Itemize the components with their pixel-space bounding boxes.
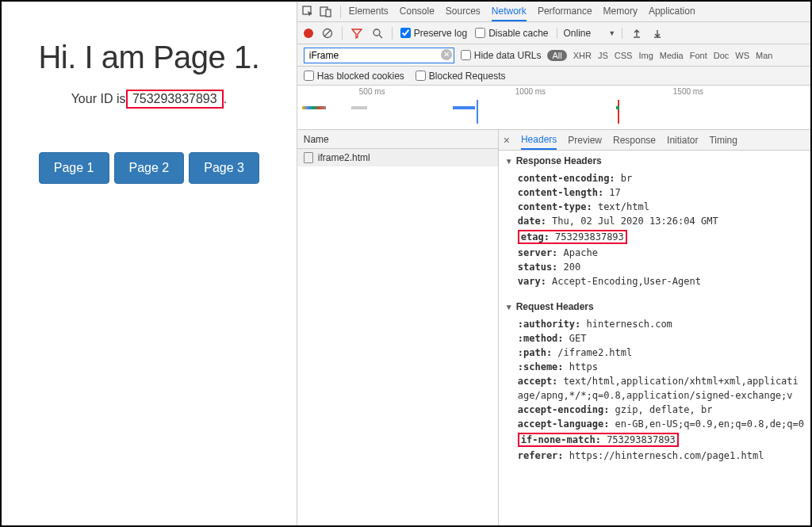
devtools-tabs: Elements Console Sources Network Perform… <box>349 2 695 21</box>
header-line: server: Apache <box>499 246 810 260</box>
inspect-icon[interactable] <box>302 6 315 18</box>
request-name: iframe2.html <box>318 152 370 163</box>
upload-icon[interactable] <box>630 27 643 40</box>
header-line: age/apng,*/*;q=0.8,application/signed-ex… <box>499 388 810 403</box>
webpage-pane: Hi. I am Page 1. Your ID is 753293837893… <box>2 2 297 525</box>
filter-type-all[interactable]: All <box>547 50 566 61</box>
page2-button[interactable]: Page 2 <box>114 152 185 184</box>
request-headers-section[interactable]: ▼ Request Headers <box>499 296 810 317</box>
page1-button[interactable]: Page 1 <box>39 152 109 184</box>
header-line: content-length: 17 <box>499 185 810 200</box>
tab-elements[interactable]: Elements <box>349 2 389 21</box>
filter-type-ws[interactable]: WS <box>735 51 749 60</box>
record-button[interactable] <box>304 29 313 38</box>
header-line: accept: text/html,application/xhtml+xml,… <box>499 374 810 388</box>
response-headers-section[interactable]: ▼ Response Headers <box>499 151 810 171</box>
header-line: accept-encoding: gzip, deflate, br <box>499 403 810 417</box>
id-label: Your ID is <box>71 92 129 105</box>
filter-type-js[interactable]: JS <box>598 51 608 60</box>
filter-type-img[interactable]: Img <box>638 51 653 60</box>
tab-console[interactable]: Console <box>400 2 435 21</box>
header-line: :path: /iframe2.html <box>499 346 810 360</box>
devtools-top: Elements Console Sources Network Perform… <box>297 2 810 22</box>
header-line: vary: Accept-Encoding,User-Agent <box>499 274 810 288</box>
header-line: referer: https://hinternesch.com/page1.h… <box>499 449 810 463</box>
detail-tabs: × Headers Preview Response Initiator Tim… <box>499 130 810 151</box>
detail-tab-timing[interactable]: Timing <box>709 132 737 149</box>
detail-tab-initiator[interactable]: Initiator <box>667 132 698 149</box>
network-toolbar: Preserve log Disable cache Online ▼ <box>297 22 810 44</box>
filter-icon[interactable] <box>350 27 363 40</box>
download-icon[interactable] <box>651 27 664 40</box>
page-heading: Hi. I am Page 1. <box>2 40 297 75</box>
disable-cache-checkbox[interactable]: Disable cache <box>475 28 548 39</box>
svg-line-4 <box>324 30 331 36</box>
header-line: date: Thu, 02 Jul 2020 13:26:04 GMT <box>499 214 810 228</box>
detail-tab-preview[interactable]: Preview <box>568 132 602 149</box>
blocked-requests-checkbox[interactable]: Blocked Requests <box>416 71 506 82</box>
svg-line-6 <box>379 35 382 38</box>
header-line: content-type: text/html <box>499 200 810 214</box>
has-blocked-cookies-checkbox[interactable]: Has blocked cookies <box>304 71 404 82</box>
detail-tab-headers[interactable]: Headers <box>521 131 557 150</box>
device-toggle-icon[interactable] <box>320 6 332 18</box>
filter-input[interactable] <box>304 48 454 63</box>
header-line: if-none-match: 753293837893 <box>499 431 810 449</box>
request-list: Name iframe2.html <box>297 130 499 525</box>
header-line: accept-language: en-GB,en-US;q=0.9,en;q=… <box>499 417 810 431</box>
triangle-down-icon: ▼ <box>505 303 513 311</box>
header-line: :method: GET <box>499 331 810 346</box>
header-line: etag: 753293837893 <box>499 228 810 246</box>
header-line: content-encoding: br <box>499 171 810 185</box>
page3-button[interactable]: Page 3 <box>189 152 259 184</box>
svg-point-5 <box>373 29 380 36</box>
id-value-highlight: 753293837893 <box>126 90 224 109</box>
header-line: :scheme: https <box>499 360 810 374</box>
filter-type-xhr[interactable]: XHR <box>573 51 592 60</box>
header-line: :authority: hinternesch.com <box>499 317 810 331</box>
filter-type-media[interactable]: Media <box>660 51 684 60</box>
chevron-down-icon: ▼ <box>608 29 615 37</box>
network-body: Name iframe2.html × Headers Preview Resp… <box>297 130 810 525</box>
devtools-pane: Elements Console Sources Network Perform… <box>297 2 810 525</box>
clear-filter-icon[interactable]: ✕ <box>441 49 452 60</box>
close-detail-icon[interactable]: × <box>504 134 510 147</box>
tab-sources[interactable]: Sources <box>446 2 481 21</box>
filter-type-man[interactable]: Man <box>756 51 772 60</box>
header-line: status: 200 <box>499 260 810 274</box>
filter-type-font[interactable]: Font <box>690 51 707 60</box>
network-timeline[interactable]: 500 ms 1000 ms 1500 ms <box>297 86 810 130</box>
filter-type-css[interactable]: CSS <box>615 51 633 60</box>
clear-icon[interactable] <box>321 27 334 40</box>
id-line: Your ID is 753293837893. <box>2 90 297 109</box>
triangle-down-icon: ▼ <box>505 157 513 166</box>
file-icon <box>304 152 313 163</box>
tab-performance[interactable]: Performance <box>538 2 592 21</box>
tab-network[interactable]: Network <box>492 2 527 21</box>
hide-data-urls-checkbox[interactable]: Hide data URLs <box>461 50 542 61</box>
preserve-log-checkbox[interactable]: Preserve log <box>400 28 467 39</box>
throttling-select[interactable]: Online ▼ <box>557 28 623 39</box>
tab-memory[interactable]: Memory <box>603 2 638 21</box>
svg-rect-2 <box>326 10 331 17</box>
page-buttons: Page 1 Page 2 Page 3 <box>2 152 297 184</box>
filter-row: ✕ Hide data URLs All XHR JS CSS Img Medi… <box>297 44 810 67</box>
search-icon[interactable] <box>371 27 384 40</box>
request-row[interactable]: iframe2.html <box>297 149 498 166</box>
filter-type-doc[interactable]: Doc <box>714 51 730 60</box>
filter-row-2: Has blocked cookies Blocked Requests <box>297 67 810 86</box>
request-detail: × Headers Preview Response Initiator Tim… <box>499 130 810 525</box>
list-column-name[interactable]: Name <box>297 130 498 149</box>
tab-application[interactable]: Application <box>649 2 695 21</box>
detail-tab-response[interactable]: Response <box>613 132 656 149</box>
